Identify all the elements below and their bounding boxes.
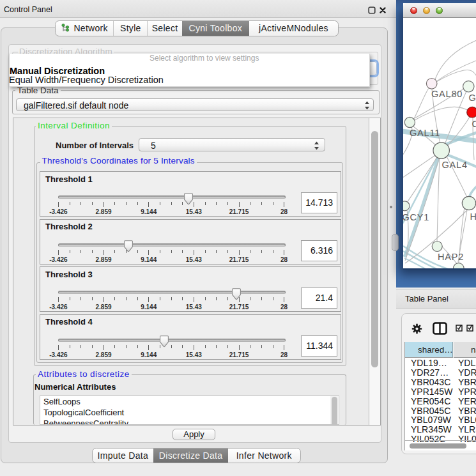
svg-text:H: H <box>470 211 476 222</box>
svg-text:GAL11: GAL11 <box>410 128 440 138</box>
svg-text:HAP2: HAP2 <box>438 252 464 262</box>
svg-text:C: C <box>472 119 476 129</box>
svg-text:GAL80: GAL80 <box>431 89 463 99</box>
svg-text:GAL4: GAL4 <box>442 160 468 170</box>
svg-text:GA: GA <box>469 93 476 103</box>
svg-text:GCY1: GCY1 <box>403 212 429 222</box>
